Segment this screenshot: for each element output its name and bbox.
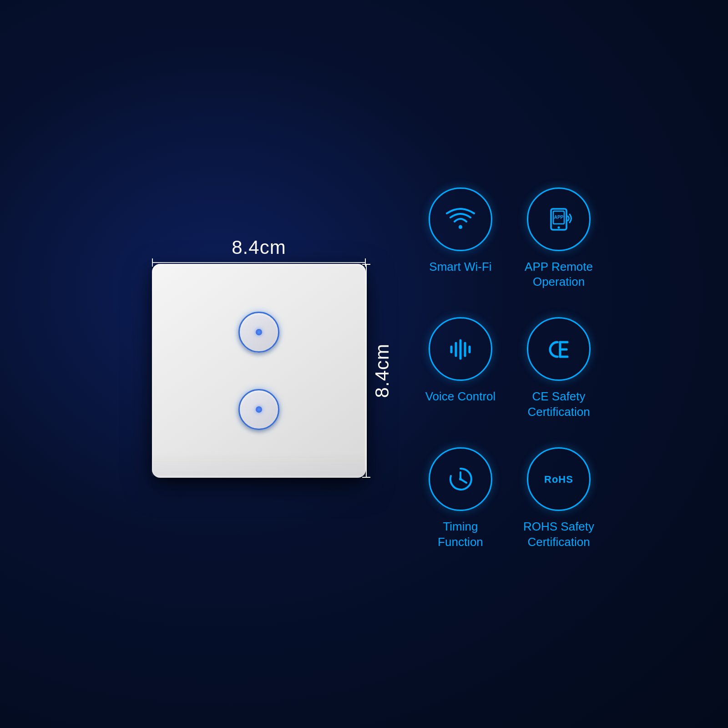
svg-point-4 [558, 226, 560, 228]
features-grid: Smart Wi-Fi APP APP Remote Operation [425, 178, 594, 550]
ce-icon-circle [527, 317, 591, 381]
svg-text:RoHS: RoHS [544, 474, 573, 485]
app-icon: APP [543, 203, 575, 235]
feature-timer: Timing Function [425, 447, 496, 550]
feature-rohs: RoHS ROHS Safety Certification [523, 447, 594, 550]
svg-point-0 [459, 225, 462, 229]
switch-reflection [152, 454, 366, 475]
wifi-icon [445, 203, 476, 235]
timer-icon [445, 463, 476, 495]
svg-text:APP: APP [554, 215, 564, 220]
height-dimension: 8.4cm [366, 264, 393, 478]
width-dimension: 8.4cm [152, 237, 366, 263]
switch-button-bottom[interactable] [238, 389, 279, 430]
app-label: APP Remote Operation [525, 259, 593, 290]
voice-icon-circle [429, 317, 492, 381]
timer-icon-circle [429, 447, 492, 511]
dimension-wrapper: 8.4cm 8.4cm [134, 223, 389, 505]
main-content: 8.4cm 8.4cm [0, 0, 728, 728]
voice-icon [445, 333, 476, 365]
rohs-label: ROHS Safety Certification [523, 519, 594, 550]
ce-icon [543, 333, 575, 365]
feature-app: APP APP Remote Operation [523, 187, 594, 290]
app-icon-circle: APP [527, 187, 591, 251]
width-line [152, 262, 366, 263]
voice-label: Voice Control [425, 389, 496, 404]
feature-voice: Voice Control [425, 317, 496, 420]
switch-panel [152, 264, 366, 478]
rohs-icon: RoHS [543, 463, 575, 495]
wifi-icon-circle [429, 187, 492, 251]
feature-ce: CE Safety Certification [523, 317, 594, 420]
ce-label: CE Safety Certification [527, 389, 590, 420]
timer-label: Timing Function [438, 519, 483, 550]
svg-point-16 [459, 478, 462, 480]
feature-wifi: Smart Wi-Fi [425, 187, 496, 290]
switch-button-top[interactable] [238, 312, 279, 353]
wifi-label: Smart Wi-Fi [429, 259, 491, 275]
height-label: 8.4cm [371, 344, 393, 398]
switch-section: 8.4cm 8.4cm [134, 223, 389, 505]
rohs-icon-circle: RoHS [527, 447, 591, 511]
height-line [366, 264, 367, 478]
width-label: 8.4cm [232, 237, 286, 258]
